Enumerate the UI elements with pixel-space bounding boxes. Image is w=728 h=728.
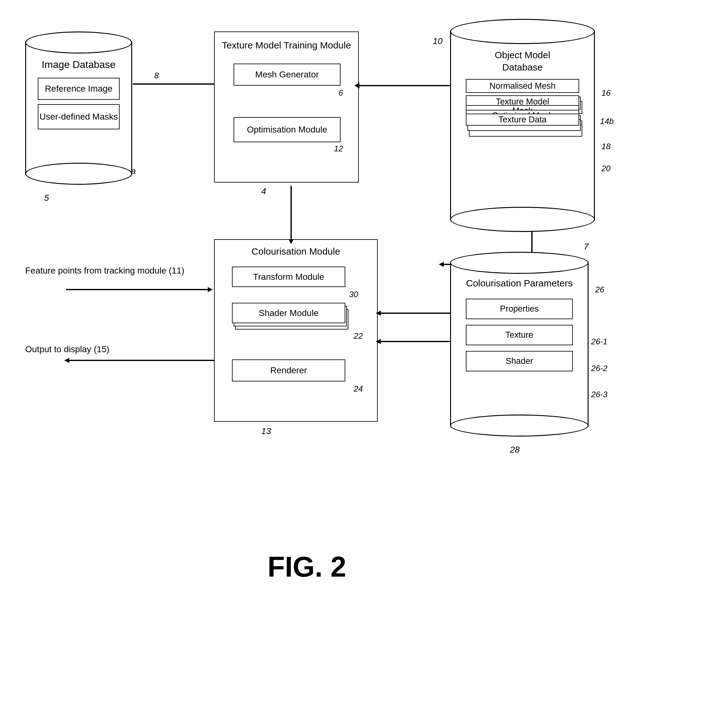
reference-image-label: Reference Image [45, 84, 113, 94]
texture-model-training-box: Texture Model Training Module Mesh Gener… [214, 32, 359, 182]
params-number-261: 26-1 [591, 337, 607, 347]
svg-marker-6 [376, 339, 381, 344]
svg-marker-4 [376, 310, 381, 316]
shader-module-label: Shader Module [259, 308, 318, 318]
texture-label: Texture [505, 330, 534, 340]
output-display-label: Output to display (15) [25, 343, 110, 355]
properties-box: Properties [466, 299, 573, 319]
normalised-mesh-box: Normalised Mesh [466, 79, 579, 93]
params-number-26: 26 [595, 285, 604, 295]
properties-label: Properties [500, 304, 538, 314]
mesh-gen-number: 6 [339, 88, 343, 98]
image-database-cylinder: Image Database Reference Image User-defi… [25, 32, 132, 175]
arrow-num-8: 8 [154, 71, 159, 81]
svg-marker-12 [289, 239, 294, 244]
shader-label: Shader [505, 356, 533, 366]
params-number-28: 28 [510, 445, 520, 455]
opt-module-number: 12 [334, 144, 343, 154]
svg-marker-10 [64, 358, 69, 363]
object-db-number-16: 16 [601, 88, 610, 98]
renderer-number-24: 24 [354, 384, 363, 394]
params-number-262: 26-2 [591, 364, 607, 373]
object-model-database-cylinder: Object ModelDatabase Normalised Mesh Tex… [450, 19, 595, 220]
user-defined-masks-label: User-defined Masks [40, 112, 118, 122]
transform-module-box: Transform Module [232, 266, 345, 287]
transform-module-label: Transform Module [253, 272, 324, 282]
shader-box: Shader [466, 351, 573, 372]
renderer-box: Renderer [232, 359, 345, 381]
texture-data-box: Texture Data [466, 114, 579, 125]
arrow-imgdb-to-texture [133, 83, 215, 85]
optimisation-module-box: Optimisation Module [234, 117, 341, 142]
colourisation-number-13: 13 [261, 426, 271, 436]
texture-data-label: Texture Data [498, 115, 546, 125]
arrow-texture-training-to-colour-vertical [283, 182, 299, 246]
figure-caption: FIG. 2 [268, 551, 346, 583]
object-db-number-20: 20 [601, 164, 610, 173]
texture-model-training-label: Texture Model Training Module [215, 32, 358, 51]
transform-number-30: 30 [349, 289, 358, 299]
object-db-number-10: 10 [433, 36, 442, 46]
colourisation-parameters-cylinder: Colourisation Parameters Properties Text… [450, 252, 589, 427]
texture-box: Texture [466, 325, 573, 345]
shader-module-box: Shader Module [232, 303, 345, 323]
object-db-number-18: 18 [601, 142, 610, 151]
object-model-db-label: Object ModelDatabase [495, 49, 551, 73]
feature-points-label: Feature points from tracking module (11) [25, 265, 184, 277]
arrow-feature-points [63, 282, 214, 297]
user-defined-masks-box: User-defined Masks [38, 104, 119, 129]
object-db-number-14b: 14b [600, 116, 614, 126]
image-database-number: 5 [44, 193, 49, 203]
renderer-label: Renderer [271, 366, 307, 375]
shader-number-22: 22 [354, 331, 363, 341]
mesh-generator-label: Mesh Generator [255, 70, 319, 80]
colourisation-params-label: Colourisation Parameters [466, 277, 572, 289]
reference-image-box: Reference Image [38, 78, 119, 100]
mesh-generator-box: Mesh Generator [234, 64, 341, 86]
arrow-params-to-shader [375, 333, 456, 349]
optimisation-module-label: Optimisation Module [247, 125, 327, 135]
arrow-params-to-colour [375, 305, 456, 321]
image-database-label: Image Database [42, 58, 116, 72]
svg-marker-2 [439, 262, 444, 267]
colourisation-module-box: Colourisation Module Transform Module 30… [214, 239, 378, 422]
svg-marker-8 [208, 287, 213, 292]
object-db-number-7: 7 [584, 242, 589, 252]
texture-training-number: 4 [261, 186, 266, 196]
arrow-texture-to-objdb [359, 85, 450, 86]
params-number-263: 26-3 [591, 390, 607, 399]
normalised-mesh-label: Normalised Mesh [489, 81, 555, 91]
